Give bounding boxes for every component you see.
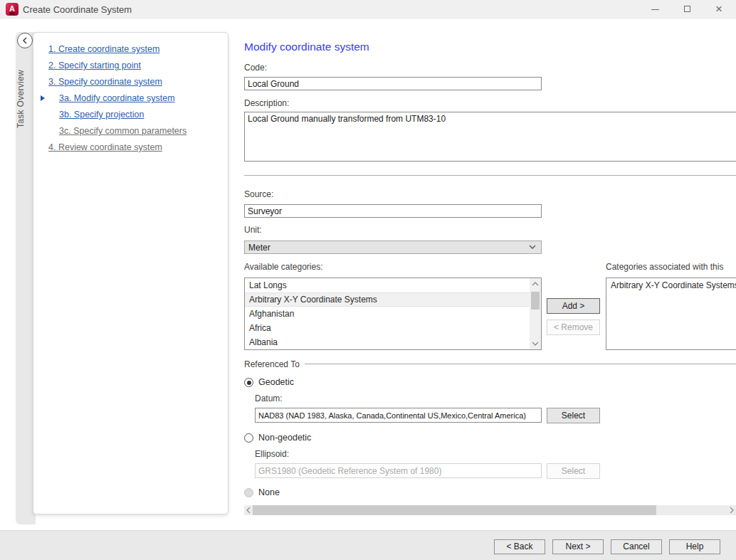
datum-input[interactable] bbox=[255, 408, 542, 423]
minimize-button[interactable] bbox=[643, 0, 667, 19]
unit-selected-value: Meter bbox=[248, 242, 270, 253]
datum-label: Datum: bbox=[255, 393, 283, 403]
description-input[interactable]: Local Ground manually transformed from U… bbox=[244, 112, 736, 162]
close-icon: × bbox=[715, 2, 722, 16]
unit-dropdown[interactable]: Meter bbox=[244, 241, 542, 254]
referenced-to-rule bbox=[305, 364, 736, 364]
associated-categories-label: Categories associated with this bbox=[606, 262, 723, 272]
task-review-coordinate-system[interactable]: 4. Review coordinate system bbox=[48, 140, 162, 154]
non-geodetic-radio[interactable] bbox=[244, 433, 253, 443]
footer-bar: < Back Next > Cancel Help bbox=[0, 530, 736, 560]
list-item[interactable]: Afghanistan bbox=[245, 307, 530, 321]
datum-select-button[interactable]: Select bbox=[547, 408, 600, 423]
scroll-left-icon[interactable] bbox=[244, 505, 253, 515]
add-button[interactable]: Add > bbox=[547, 298, 600, 314]
geodetic-radio-label: Geodetic bbox=[258, 377, 294, 387]
task-specify-common-parameters[interactable]: 3c. Specify common parameters bbox=[59, 124, 186, 138]
task-specify-coordinate-system[interactable]: 3. Specify coordinate system bbox=[48, 75, 162, 89]
description-label: Description: bbox=[244, 98, 289, 108]
vertical-scrollbar[interactable] bbox=[530, 278, 541, 349]
list-item[interactable]: Albania bbox=[245, 335, 530, 349]
collapse-panel-button[interactable] bbox=[17, 33, 33, 48]
autocad-app-icon: A bbox=[6, 3, 19, 16]
list-item-selected[interactable]: Arbitrary X-Y Coordinate Systems bbox=[245, 292, 530, 307]
non-geodetic-radio-label: Non-geodetic bbox=[258, 433, 311, 443]
back-button[interactable]: < Back bbox=[494, 539, 545, 554]
none-radio-label: None bbox=[258, 487, 280, 497]
remove-button[interactable]: < Remove bbox=[547, 319, 600, 335]
unit-label: Unit: bbox=[244, 225, 262, 235]
referenced-to-group-label: Referenced To bbox=[244, 359, 300, 369]
section-divider bbox=[244, 175, 736, 176]
scroll-up-icon[interactable] bbox=[530, 278, 541, 290]
title-bar: A Create Coordinate System × bbox=[0, 0, 736, 19]
associated-categories-list[interactable]: Arbitrary X-Y Coordinate Systems bbox=[606, 278, 736, 350]
current-task-marker-icon bbox=[41, 95, 45, 101]
page-title: Modify coordinate system bbox=[244, 41, 369, 53]
scrollbar-thumb[interactable] bbox=[531, 292, 540, 310]
task-specify-starting-point[interactable]: 2. Specify starting point bbox=[48, 58, 141, 73]
scroll-down-icon[interactable] bbox=[530, 338, 541, 349]
maximize-icon bbox=[684, 6, 690, 12]
task-create-coordinate-system[interactable]: 1. Create coordinate system bbox=[48, 42, 159, 56]
next-button[interactable]: Next > bbox=[552, 539, 604, 554]
scrollbar-thumb[interactable] bbox=[253, 505, 656, 515]
available-categories-label: Available categories: bbox=[244, 262, 323, 272]
code-label: Code: bbox=[244, 63, 267, 73]
chevron-down-icon bbox=[529, 245, 536, 250]
list-item[interactable]: Arbitrary X-Y Coordinate Systems bbox=[606, 278, 736, 292]
list-item[interactable]: Africa bbox=[245, 321, 530, 335]
window-title: Create Coordinate System bbox=[23, 4, 132, 15]
task-overview-label: Task Overview bbox=[16, 53, 34, 145]
source-input[interactable] bbox=[244, 204, 542, 218]
ellipsoid-input[interactable] bbox=[255, 463, 542, 478]
minimize-icon bbox=[651, 9, 659, 10]
help-button[interactable]: Help bbox=[669, 539, 720, 554]
maximize-button[interactable] bbox=[675, 0, 699, 19]
task-modify-coordinate-system[interactable]: 3a. Modify coordinate system bbox=[59, 91, 175, 105]
ellipsoid-select-button[interactable]: Select bbox=[547, 463, 600, 479]
none-radio[interactable] bbox=[244, 488, 253, 497]
task-specify-projection[interactable]: 3b. Specify projection bbox=[59, 107, 144, 122]
code-input[interactable] bbox=[244, 77, 542, 90]
horizontal-scrollbar[interactable] bbox=[244, 505, 736, 515]
source-label: Source: bbox=[244, 189, 273, 199]
geodetic-radio[interactable] bbox=[244, 378, 253, 387]
list-item[interactable]: Lat Longs bbox=[245, 278, 530, 292]
scroll-right-icon[interactable] bbox=[727, 505, 736, 515]
chevron-left-icon bbox=[22, 37, 28, 44]
ellipsoid-label: Ellipsoid: bbox=[255, 449, 289, 459]
autocad-icon-badge bbox=[9, 12, 15, 15]
cancel-button[interactable]: Cancel bbox=[611, 539, 662, 554]
create-coordinate-system-dialog: { "window": { "title": "Create Coordinat… bbox=[0, 0, 736, 560]
close-button[interactable]: × bbox=[707, 0, 731, 19]
available-categories-list[interactable]: Lat Longs Arbitrary X-Y Coordinate Syste… bbox=[244, 278, 542, 350]
